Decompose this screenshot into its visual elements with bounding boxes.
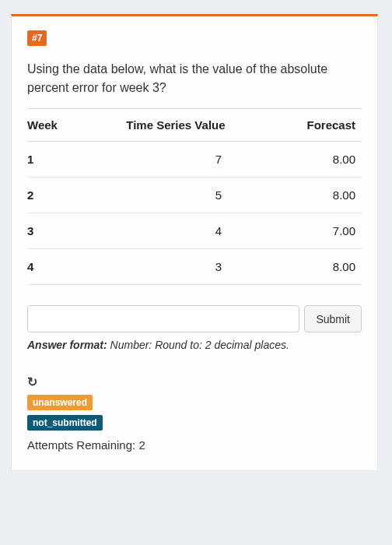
table-row: 1 7 8.00 (27, 142, 362, 178)
question-number-badge: #7 (27, 30, 47, 46)
answer-row: Submit (27, 305, 362, 332)
cell-tsv: 7 (89, 142, 268, 178)
submit-button[interactable]: Submit (304, 305, 362, 332)
answer-format-text: Number: Round to: 2 decimal places. (110, 339, 289, 351)
cell-forecast: 8.00 (268, 178, 362, 213)
attempts-label: Attempts Remaining: (27, 438, 135, 452)
col-tsv: Time Series Value (89, 109, 268, 142)
status-unanswered-badge: unanswered (27, 395, 93, 410)
table-row: 3 4 7.00 (27, 213, 362, 249)
cell-tsv: 5 (89, 178, 268, 213)
cell-tsv: 4 (89, 213, 268, 249)
cell-forecast: 7.00 (268, 213, 362, 249)
cell-week: 2 (27, 178, 89, 213)
table-row: 2 5 8.00 (27, 178, 362, 213)
table-row: 4 3 8.00 (27, 249, 362, 285)
col-forecast: Forecast (268, 109, 362, 142)
cell-week: 3 (27, 213, 89, 249)
answer-format: Answer format: Number: Round to: 2 decim… (27, 339, 362, 351)
answer-input[interactable] (27, 305, 299, 332)
cell-week: 4 (27, 249, 89, 285)
cell-tsv: 3 (89, 249, 268, 285)
data-table: Week Time Series Value Forecast 1 7 8.00… (27, 108, 362, 285)
attempts-value: 2 (138, 438, 145, 452)
cell-forecast: 8.00 (268, 142, 362, 178)
attempts-remaining: Attempts Remaining: 2 (27, 438, 362, 452)
question-card: #7 Using the data below, what is the val… (11, 14, 378, 471)
col-week: Week (27, 109, 89, 142)
cell-week: 1 (27, 142, 89, 178)
answer-format-label: Answer format: (27, 339, 107, 351)
table-header-row: Week Time Series Value Forecast (27, 109, 362, 142)
cell-forecast: 8.00 (268, 249, 362, 285)
question-prompt: Using the data below, what is the value … (27, 60, 362, 97)
reset-icon[interactable]: ↻ (27, 374, 40, 387)
status-not-submitted-badge: not_submitted (27, 415, 103, 431)
